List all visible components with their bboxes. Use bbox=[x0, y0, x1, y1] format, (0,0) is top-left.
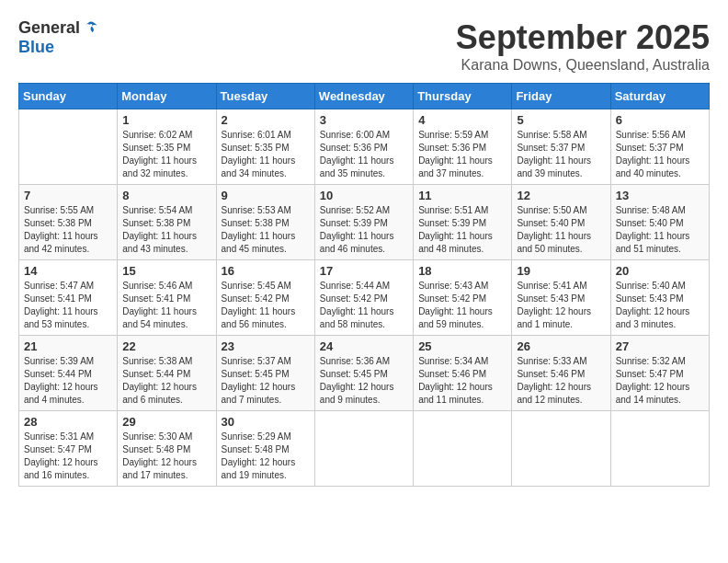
day-number: 30 bbox=[222, 415, 310, 429]
day-header-wednesday: Wednesday bbox=[314, 84, 413, 109]
day-header-friday: Friday bbox=[512, 84, 610, 109]
day-number: 11 bbox=[418, 189, 506, 202]
day-info: Sunrise: 5:44 AM Sunset: 5:42 PM Dayligh… bbox=[320, 280, 408, 331]
day-info: Sunrise: 5:55 AM Sunset: 5:38 PM Dayligh… bbox=[24, 204, 112, 256]
calendar-cell: 23Sunrise: 5:37 AM Sunset: 5:45 PM Dayli… bbox=[216, 336, 314, 411]
day-number: 23 bbox=[222, 339, 310, 353]
calendar-cell: 27Sunrise: 5:32 AM Sunset: 5:47 PM Dayli… bbox=[610, 336, 709, 411]
day-number: 29 bbox=[122, 415, 210, 429]
calendar-cell: 12Sunrise: 5:50 AM Sunset: 5:40 PM Dayli… bbox=[512, 185, 610, 260]
calendar-cell bbox=[414, 411, 512, 487]
day-info: Sunrise: 5:43 AM Sunset: 5:42 PM Dayligh… bbox=[418, 280, 506, 331]
day-info: Sunrise: 5:33 AM Sunset: 5:46 PM Dayligh… bbox=[517, 355, 605, 407]
calendar-cell: 17Sunrise: 5:44 AM Sunset: 5:42 PM Dayli… bbox=[314, 260, 413, 336]
calendar-cell: 15Sunrise: 5:46 AM Sunset: 5:41 PM Dayli… bbox=[118, 260, 216, 336]
day-number: 27 bbox=[616, 339, 704, 353]
calendar-cell: 13Sunrise: 5:48 AM Sunset: 5:40 PM Dayli… bbox=[610, 185, 709, 260]
day-number: 14 bbox=[24, 264, 112, 278]
day-info: Sunrise: 5:40 AM Sunset: 5:43 PM Dayligh… bbox=[616, 280, 704, 331]
day-info: Sunrise: 5:48 AM Sunset: 5:40 PM Dayligh… bbox=[616, 204, 704, 256]
day-info: Sunrise: 5:58 AM Sunset: 5:37 PM Dayligh… bbox=[517, 129, 605, 180]
calendar-cell bbox=[314, 411, 413, 487]
day-info: Sunrise: 6:01 AM Sunset: 5:35 PM Dayligh… bbox=[222, 129, 310, 180]
logo-blue-text: Blue bbox=[18, 38, 54, 57]
day-info: Sunrise: 5:37 AM Sunset: 5:45 PM Dayligh… bbox=[222, 355, 310, 407]
day-info: Sunrise: 5:36 AM Sunset: 5:45 PM Dayligh… bbox=[320, 355, 408, 407]
calendar-cell: 29Sunrise: 5:30 AM Sunset: 5:48 PM Dayli… bbox=[118, 411, 216, 487]
day-info: Sunrise: 5:56 AM Sunset: 5:37 PM Dayligh… bbox=[616, 129, 704, 180]
calendar-cell: 26Sunrise: 5:33 AM Sunset: 5:46 PM Dayli… bbox=[512, 336, 610, 411]
location-title: Karana Downs, Queensland, Australia bbox=[456, 57, 710, 74]
logo-bird-icon bbox=[82, 19, 100, 38]
calendar-cell: 11Sunrise: 5:51 AM Sunset: 5:39 PM Dayli… bbox=[414, 185, 512, 260]
day-info: Sunrise: 5:45 AM Sunset: 5:42 PM Dayligh… bbox=[222, 280, 310, 331]
calendar-cell: 20Sunrise: 5:40 AM Sunset: 5:43 PM Dayli… bbox=[610, 260, 709, 336]
day-info: Sunrise: 5:46 AM Sunset: 5:41 PM Dayligh… bbox=[122, 280, 210, 331]
day-number: 4 bbox=[418, 113, 506, 127]
calendar-cell: 3Sunrise: 6:00 AM Sunset: 5:36 PM Daylig… bbox=[314, 109, 413, 185]
calendar-cell: 6Sunrise: 5:56 AM Sunset: 5:37 PM Daylig… bbox=[610, 109, 709, 185]
logo: General Blue bbox=[18, 18, 100, 57]
day-info: Sunrise: 5:53 AM Sunset: 5:38 PM Dayligh… bbox=[222, 204, 310, 256]
day-number: 26 bbox=[517, 339, 605, 353]
calendar-cell bbox=[610, 411, 709, 487]
calendar-cell bbox=[19, 109, 118, 185]
calendar-cell: 9Sunrise: 5:53 AM Sunset: 5:38 PM Daylig… bbox=[216, 185, 314, 260]
week-row-5: 28Sunrise: 5:31 AM Sunset: 5:47 PM Dayli… bbox=[19, 411, 710, 487]
day-number: 9 bbox=[222, 189, 310, 202]
day-header-monday: Monday bbox=[118, 84, 216, 109]
day-number: 21 bbox=[24, 339, 112, 353]
day-info: Sunrise: 5:32 AM Sunset: 5:47 PM Dayligh… bbox=[616, 355, 704, 407]
calendar-table: SundayMondayTuesdayWednesdayThursdayFrid… bbox=[18, 83, 710, 487]
day-info: Sunrise: 5:52 AM Sunset: 5:39 PM Dayligh… bbox=[320, 204, 408, 256]
day-number: 2 bbox=[222, 113, 310, 127]
calendar-cell: 16Sunrise: 5:45 AM Sunset: 5:42 PM Dayli… bbox=[216, 260, 314, 336]
days-header-row: SundayMondayTuesdayWednesdayThursdayFrid… bbox=[19, 84, 710, 109]
month-title: September 2025 bbox=[456, 18, 710, 57]
day-number: 8 bbox=[122, 189, 210, 202]
title-section: September 2025 Karana Downs, Queensland,… bbox=[456, 18, 710, 74]
day-number: 25 bbox=[418, 339, 506, 353]
calendar-cell: 8Sunrise: 5:54 AM Sunset: 5:38 PM Daylig… bbox=[118, 185, 216, 260]
day-number: 13 bbox=[616, 189, 704, 202]
calendar-cell: 5Sunrise: 5:58 AM Sunset: 5:37 PM Daylig… bbox=[512, 109, 610, 185]
day-number: 19 bbox=[517, 264, 605, 278]
day-info: Sunrise: 5:51 AM Sunset: 5:39 PM Dayligh… bbox=[418, 204, 506, 256]
calendar-cell: 19Sunrise: 5:41 AM Sunset: 5:43 PM Dayli… bbox=[512, 260, 610, 336]
day-info: Sunrise: 5:59 AM Sunset: 5:36 PM Dayligh… bbox=[418, 129, 506, 180]
day-header-thursday: Thursday bbox=[414, 84, 512, 109]
day-info: Sunrise: 5:30 AM Sunset: 5:48 PM Dayligh… bbox=[122, 431, 210, 482]
day-number: 22 bbox=[122, 339, 210, 353]
calendar-cell: 4Sunrise: 5:59 AM Sunset: 5:36 PM Daylig… bbox=[414, 109, 512, 185]
day-number: 18 bbox=[418, 264, 506, 278]
week-row-3: 14Sunrise: 5:47 AM Sunset: 5:41 PM Dayli… bbox=[19, 260, 710, 336]
calendar-cell: 2Sunrise: 6:01 AM Sunset: 5:35 PM Daylig… bbox=[216, 109, 314, 185]
calendar-cell: 22Sunrise: 5:38 AM Sunset: 5:44 PM Dayli… bbox=[118, 336, 216, 411]
day-header-tuesday: Tuesday bbox=[216, 84, 314, 109]
day-info: Sunrise: 5:34 AM Sunset: 5:46 PM Dayligh… bbox=[418, 355, 506, 407]
day-info: Sunrise: 5:38 AM Sunset: 5:44 PM Dayligh… bbox=[122, 355, 210, 407]
day-number: 10 bbox=[320, 189, 408, 202]
logo-general-text: General bbox=[18, 18, 80, 38]
page-header: General Blue September 2025 Karana Downs… bbox=[18, 18, 710, 74]
day-number: 1 bbox=[122, 113, 210, 127]
day-number: 15 bbox=[122, 264, 210, 278]
day-info: Sunrise: 5:54 AM Sunset: 5:38 PM Dayligh… bbox=[122, 204, 210, 256]
day-info: Sunrise: 5:31 AM Sunset: 5:47 PM Dayligh… bbox=[24, 431, 112, 482]
calendar-cell: 28Sunrise: 5:31 AM Sunset: 5:47 PM Dayli… bbox=[19, 411, 118, 487]
day-number: 16 bbox=[222, 264, 310, 278]
day-number: 28 bbox=[24, 415, 112, 429]
day-info: Sunrise: 6:02 AM Sunset: 5:35 PM Dayligh… bbox=[122, 129, 210, 180]
day-info: Sunrise: 5:29 AM Sunset: 5:48 PM Dayligh… bbox=[222, 431, 310, 482]
day-number: 17 bbox=[320, 264, 408, 278]
day-info: Sunrise: 5:41 AM Sunset: 5:43 PM Dayligh… bbox=[517, 280, 605, 331]
calendar-cell bbox=[512, 411, 610, 487]
calendar-cell: 1Sunrise: 6:02 AM Sunset: 5:35 PM Daylig… bbox=[118, 109, 216, 185]
calendar-cell: 30Sunrise: 5:29 AM Sunset: 5:48 PM Dayli… bbox=[216, 411, 314, 487]
calendar-cell: 7Sunrise: 5:55 AM Sunset: 5:38 PM Daylig… bbox=[19, 185, 118, 260]
day-number: 6 bbox=[616, 113, 704, 127]
week-row-2: 7Sunrise: 5:55 AM Sunset: 5:38 PM Daylig… bbox=[19, 185, 710, 260]
week-row-4: 21Sunrise: 5:39 AM Sunset: 5:44 PM Dayli… bbox=[19, 336, 710, 411]
day-number: 12 bbox=[517, 189, 605, 202]
day-header-sunday: Sunday bbox=[19, 84, 118, 109]
